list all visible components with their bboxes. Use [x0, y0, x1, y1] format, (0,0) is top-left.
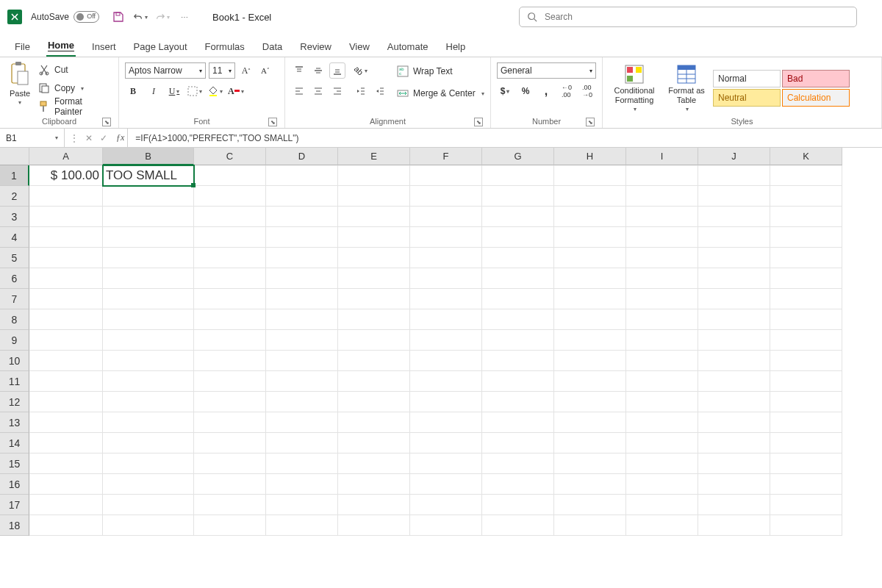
cell-F9[interactable] — [410, 330, 482, 351]
row-header-18[interactable]: 18 — [0, 515, 29, 536]
increase-font-icon[interactable]: A˄ — [238, 62, 254, 79]
cell-A10[interactable] — [29, 351, 103, 371]
cell-H16[interactable] — [554, 474, 626, 495]
cell-D11[interactable] — [266, 371, 338, 392]
cell-E13[interactable] — [338, 412, 410, 433]
cell-F15[interactable] — [410, 453, 482, 474]
cell-E2[interactable] — [338, 186, 410, 207]
align-bottom-icon[interactable] — [329, 62, 345, 79]
wrap-text-button[interactable]: abc Wrap Text — [397, 62, 484, 80]
paste-button[interactable]: Paste ▾ — [6, 60, 34, 107]
cell-B4[interactable] — [103, 227, 194, 248]
cell-K11[interactable] — [770, 371, 842, 392]
column-header-C[interactable]: C — [194, 148, 266, 165]
cell-K2[interactable] — [770, 186, 842, 207]
font-name-select[interactable]: Aptos Narrow▾ — [125, 62, 206, 79]
borders-button[interactable] — [187, 83, 203, 99]
cell-H13[interactable] — [554, 412, 626, 433]
cell-H3[interactable] — [554, 207, 626, 227]
cell-C7[interactable] — [194, 289, 266, 309]
cell-D18[interactable] — [266, 515, 338, 536]
number-format-select[interactable]: General▾ — [497, 62, 596, 79]
bold-button[interactable]: B — [125, 83, 141, 99]
row-header-15[interactable]: 15 — [0, 453, 29, 474]
cell-E7[interactable] — [338, 289, 410, 309]
align-center-icon[interactable] — [310, 83, 326, 99]
decrease-decimal-icon[interactable]: .00→0 — [579, 83, 595, 99]
cell-style-bad[interactable]: Bad — [782, 70, 850, 87]
cell-H7[interactable] — [554, 289, 626, 309]
cell-K5[interactable] — [770, 248, 842, 268]
cell-E6[interactable] — [338, 268, 410, 289]
column-header-K[interactable]: K — [770, 148, 842, 165]
cell-J4[interactable] — [698, 227, 770, 248]
cell-G4[interactable] — [482, 227, 554, 248]
row-header-3[interactable]: 3 — [0, 207, 29, 227]
cell-J13[interactable] — [698, 412, 770, 433]
cell-style-normal[interactable]: Normal — [713, 70, 781, 87]
cell-G6[interactable] — [482, 268, 554, 289]
cell-A15[interactable] — [29, 453, 103, 474]
cell-I17[interactable] — [626, 495, 698, 515]
row-header-7[interactable]: 7 — [0, 289, 29, 309]
cell-H15[interactable] — [554, 453, 626, 474]
cell-E10[interactable] — [338, 351, 410, 371]
align-top-icon[interactable] — [291, 62, 307, 79]
cell-A16[interactable] — [29, 474, 103, 495]
cell-C10[interactable] — [194, 351, 266, 371]
cell-I6[interactable] — [626, 268, 698, 289]
column-header-B[interactable]: B — [103, 148, 194, 165]
cell-I18[interactable] — [626, 515, 698, 536]
cell-H18[interactable] — [554, 515, 626, 536]
cell-D5[interactable] — [266, 248, 338, 268]
cell-K13[interactable] — [770, 412, 842, 433]
cell-C8[interactable] — [194, 309, 266, 330]
clipboard-launcher-icon[interactable]: ⬊ — [102, 118, 111, 126]
cell-C15[interactable] — [194, 453, 266, 474]
cell-F4[interactable] — [410, 227, 482, 248]
italic-button[interactable]: I — [146, 83, 162, 99]
search-input[interactable]: Search — [519, 7, 857, 27]
column-header-J[interactable]: J — [698, 148, 770, 165]
cell-F2[interactable] — [410, 186, 482, 207]
merge-center-button[interactable]: Merge & Center — [397, 85, 484, 102]
column-header-F[interactable]: F — [410, 148, 482, 165]
cell-J15[interactable] — [698, 453, 770, 474]
cell-D14[interactable] — [266, 433, 338, 453]
row-header-14[interactable]: 14 — [0, 433, 29, 453]
cell-J7[interactable] — [698, 289, 770, 309]
cell-E1[interactable] — [338, 165, 410, 186]
align-right-icon[interactable] — [329, 83, 345, 99]
cell-A12[interactable] — [29, 392, 103, 412]
cell-G7[interactable] — [482, 289, 554, 309]
cell-H8[interactable] — [554, 309, 626, 330]
undo-icon[interactable] — [133, 10, 148, 24]
cell-B17[interactable] — [103, 495, 194, 515]
cell-H5[interactable] — [554, 248, 626, 268]
tab-insert[interactable]: Insert — [90, 37, 118, 57]
cell-A1[interactable]: $ 100.00 — [29, 165, 103, 186]
orientation-icon[interactable]: ab — [353, 62, 369, 79]
cell-J2[interactable] — [698, 186, 770, 207]
cell-F14[interactable] — [410, 433, 482, 453]
tab-review[interactable]: Review — [298, 37, 333, 57]
cell-B14[interactable] — [103, 433, 194, 453]
cell-F8[interactable] — [410, 309, 482, 330]
cell-D16[interactable] — [266, 474, 338, 495]
cell-I13[interactable] — [626, 412, 698, 433]
redo-icon[interactable] — [155, 10, 170, 24]
cell-B12[interactable] — [103, 392, 194, 412]
cell-J1[interactable] — [698, 165, 770, 186]
cell-H6[interactable] — [554, 268, 626, 289]
cell-F7[interactable] — [410, 289, 482, 309]
column-header-G[interactable]: G — [482, 148, 554, 165]
cell-B16[interactable] — [103, 474, 194, 495]
cell-G2[interactable] — [482, 186, 554, 207]
cell-I14[interactable] — [626, 433, 698, 453]
cell-J8[interactable] — [698, 309, 770, 330]
cell-C18[interactable] — [194, 515, 266, 536]
font-color-button[interactable]: A — [228, 83, 244, 99]
cell-G16[interactable] — [482, 474, 554, 495]
tab-help[interactable]: Help — [445, 37, 467, 57]
cell-J16[interactable] — [698, 474, 770, 495]
